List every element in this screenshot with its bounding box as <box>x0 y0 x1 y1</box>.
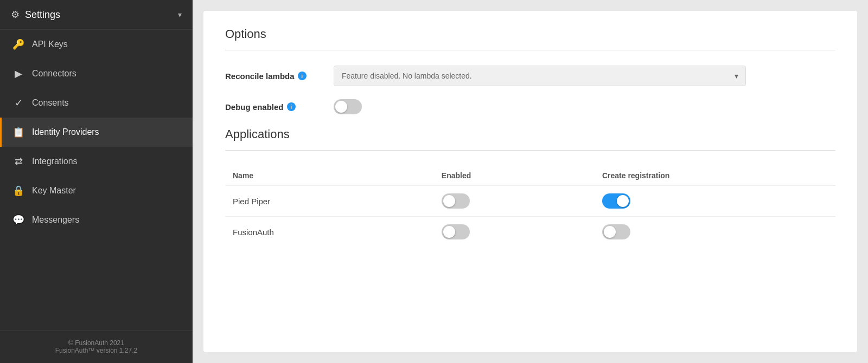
applications-divider <box>225 150 835 151</box>
debug-enabled-label: Debug enabled i <box>225 102 334 112</box>
sidebar-item-label: Identity Providers <box>32 127 99 137</box>
debug-enabled-info-icon[interactable]: i <box>287 102 296 111</box>
col-header-name: Name <box>225 166 434 186</box>
sidebar-item-messengers[interactable]: 💬 Messengers <box>0 205 193 235</box>
integrations-icon: ⇄ <box>12 155 24 167</box>
consents-icon: ✓ <box>12 97 24 109</box>
settings-icon: ⚙ <box>11 9 20 21</box>
identity-providers-icon: 📋 <box>12 126 24 138</box>
sidebar-item-consents[interactable]: ✓ Consents <box>0 88 193 118</box>
applications-table: Name Enabled Create registration Pied Pi… <box>225 166 835 247</box>
debug-enabled-row: Debug enabled i <box>225 99 835 114</box>
app-enabled-toggle-1[interactable] <box>442 224 470 239</box>
table-row: FusionAuth <box>225 217 835 248</box>
options-section-title: Options <box>225 27 835 41</box>
sidebar-item-identity-providers[interactable]: 📋 Identity Providers <box>0 118 193 147</box>
sidebar-item-integrations[interactable]: ⇄ Integrations <box>0 147 193 176</box>
sidebar-header[interactable]: ⚙ Settings ▾ <box>0 0 193 30</box>
app-enabled-toggle-0[interactable] <box>442 193 470 209</box>
sidebar-item-label: Integrations <box>32 157 78 166</box>
options-divider <box>225 50 835 50</box>
sidebar-item-label: Messengers <box>32 215 79 225</box>
sidebar-item-connectors[interactable]: ▶ Connectors <box>0 59 193 88</box>
sidebar-item-label: API Keys <box>32 40 68 49</box>
content-panel: Options Reconcile lambda i Feature disab… <box>203 11 857 352</box>
sidebar-item-label: Key Master <box>32 186 76 196</box>
table-row: Pied Piper <box>225 186 835 217</box>
sidebar: ⚙ Settings ▾ 🔑 API Keys ▶ Connectors ✓ C… <box>0 0 193 363</box>
app-create-registration-cell <box>595 217 835 248</box>
connectors-icon: ▶ <box>12 68 24 80</box>
sidebar-item-label: Connectors <box>32 69 76 79</box>
sidebar-item-api-keys[interactable]: 🔑 API Keys <box>0 30 193 59</box>
sidebar-footer: © FusionAuth 2021 FusionAuth™ version 1.… <box>0 330 193 363</box>
toggle-slider <box>334 99 362 114</box>
sidebar-nav: 🔑 API Keys ▶ Connectors ✓ Consents 📋 Ide… <box>0 30 193 330</box>
chevron-down-icon: ▾ <box>178 10 182 19</box>
toggle-slider <box>602 224 630 239</box>
api-keys-icon: 🔑 <box>12 38 24 50</box>
debug-enabled-toggle[interactable] <box>334 99 362 114</box>
sidebar-item-key-master[interactable]: 🔒 Key Master <box>0 176 193 205</box>
reconcile-lambda-select[interactable]: Feature disabled. No lambda selected. <box>334 66 746 86</box>
app-create-reg-toggle-0[interactable] <box>602 193 630 209</box>
col-header-enabled: Enabled <box>434 166 595 186</box>
col-header-create-registration: Create registration <box>595 166 835 186</box>
app-name: Pied Piper <box>225 186 434 217</box>
reconcile-lambda-label: Reconcile lambda i <box>225 72 334 81</box>
app-create-reg-toggle-1[interactable] <box>602 224 630 239</box>
reconcile-lambda-select-wrapper: Feature disabled. No lambda selected. ▾ <box>334 66 746 86</box>
key-master-icon: 🔒 <box>12 185 24 197</box>
toggle-slider <box>442 193 470 209</box>
table-header-row: Name Enabled Create registration <box>225 166 835 186</box>
applications-section-title: Applications <box>225 127 835 141</box>
reconcile-lambda-row: Reconcile lambda i Feature disabled. No … <box>225 66 835 86</box>
app-enabled-cell <box>434 217 595 248</box>
toggle-slider <box>602 193 630 209</box>
app-enabled-cell <box>434 186 595 217</box>
sidebar-title: Settings <box>25 9 178 21</box>
app-name: FusionAuth <box>225 217 434 248</box>
main-content: Options Reconcile lambda i Feature disab… <box>193 0 868 363</box>
footer-line1: © FusionAuth 2021 <box>11 339 182 347</box>
messengers-icon: 💬 <box>12 214 24 226</box>
app-create-registration-cell <box>595 186 835 217</box>
toggle-slider <box>442 224 470 239</box>
reconcile-lambda-info-icon[interactable]: i <box>298 72 307 80</box>
sidebar-item-label: Consents <box>32 98 69 108</box>
footer-line2: FusionAuth™ version 1.27.2 <box>11 347 182 354</box>
